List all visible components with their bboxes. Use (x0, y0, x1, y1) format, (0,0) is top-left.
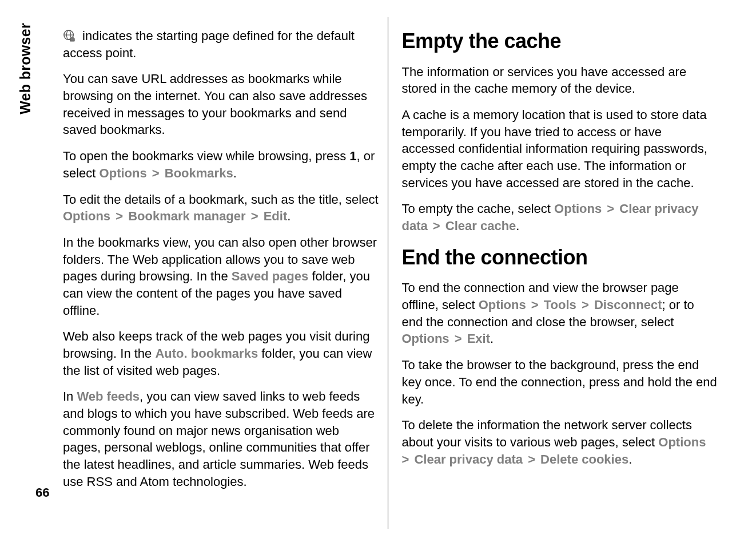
menu-clear-cache: Clear cache (445, 219, 516, 233)
menu-clear-privacy-data: Clear privacy data (414, 452, 523, 466)
folder-web-feeds: Web feeds (77, 389, 140, 403)
menu-exit: Exit (467, 331, 490, 346)
menu-options: Options (63, 209, 110, 223)
para-open-bm: To open the bookmarks view while browsin… (63, 148, 379, 181)
menu-options: Options (554, 201, 602, 216)
para-auto-bookmarks: Web also keeps track of the web pages yo… (63, 328, 379, 379)
right-column: Empty the cache The information or servi… (402, 17, 722, 529)
page-number: 66 (35, 485, 49, 500)
para-edit-bm: To edit the details of a bookmark, such … (63, 191, 379, 225)
globe-home-icon (63, 29, 75, 42)
menu-bookmark-manager: Bookmark manager (128, 209, 245, 223)
cache-p1: The information or services you have acc… (402, 64, 718, 97)
folder-saved-pages: Saved pages (232, 269, 309, 283)
cache-p2: A cache is a memory location that is use… (402, 106, 718, 191)
menu-delete-cookies: Delete cookies (540, 452, 628, 466)
end-p3: To delete the information the network se… (402, 417, 718, 468)
menu-options: Options (100, 166, 147, 180)
menu-disconnect: Disconnect (594, 298, 662, 312)
page: Web browser 66 indicates the starting pa… (0, 0, 756, 546)
end-p2: To take the browser to the background, p… (402, 357, 718, 407)
para-save-url: You can save URL addresses as bookmarks … (63, 70, 379, 139)
p1-text: indicates the starting page defined for … (63, 29, 355, 60)
heading-empty-cache: Empty the cache (402, 27, 718, 56)
para-start-icon: indicates the starting page defined for … (63, 27, 379, 61)
menu-options: Options (658, 435, 706, 449)
menu-options: Options (479, 298, 526, 312)
cache-p3: To empty the cache, select Options > Cle… (402, 200, 718, 234)
menu-options: Options (402, 331, 449, 346)
left-column: indicates the starting page defined for … (63, 17, 388, 529)
side-tab: Web browser (17, 23, 34, 114)
menu-bookmarks: Bookmarks (165, 166, 233, 180)
heading-end-connection: End the connection (402, 244, 718, 272)
menu-edit: Edit (264, 209, 288, 223)
menu-tools: Tools (544, 298, 576, 312)
columns: indicates the starting page defined for … (63, 17, 722, 529)
end-p1: To end the connection and view the brows… (402, 279, 718, 347)
para-saved-pages: In the bookmarks view, you can also open… (63, 234, 379, 319)
para-web-feeds: In Web feeds, you can view saved links t… (63, 388, 379, 490)
key-1: 1 (349, 149, 356, 163)
folder-auto-bookmarks: Auto. bookmarks (155, 346, 258, 361)
